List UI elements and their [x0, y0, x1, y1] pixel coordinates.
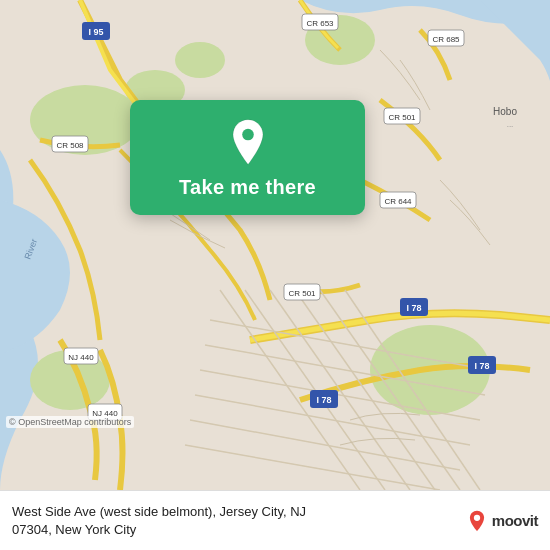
svg-text:CR 508: CR 508	[56, 141, 84, 150]
svg-text:...: ...	[507, 120, 514, 129]
moovit-brand-text: moovit	[492, 512, 538, 529]
svg-text:I 78: I 78	[406, 303, 421, 313]
map-pin-icon	[224, 118, 272, 166]
moovit-logo: moovit	[466, 510, 538, 532]
location-card: Take me there	[130, 100, 365, 215]
take-me-there-button[interactable]: Take me there	[179, 176, 316, 199]
moovit-pin-icon	[466, 510, 488, 532]
info-bar: West Side Ave (west side belmont), Jerse…	[0, 490, 550, 550]
svg-text:Hobo: Hobo	[493, 106, 517, 117]
svg-text:I 78: I 78	[316, 395, 331, 405]
address-line1: West Side Ave (west side belmont), Jerse…	[12, 504, 306, 519]
svg-text:NJ 440: NJ 440	[68, 353, 94, 362]
svg-text:CR 501: CR 501	[288, 289, 316, 298]
address-text: West Side Ave (west side belmont), Jerse…	[12, 503, 456, 538]
map-view[interactable]: I 95 CR 653 CR 685 CR 508 CR 501 CR 644 …	[0, 0, 550, 490]
svg-text:CR 685: CR 685	[432, 35, 460, 44]
map-copyright: © OpenStreetMap contributors	[6, 416, 134, 428]
svg-point-6	[175, 42, 225, 78]
svg-text:CR 644: CR 644	[384, 197, 412, 206]
svg-point-47	[474, 514, 480, 520]
svg-point-46	[242, 129, 254, 141]
svg-text:I 78: I 78	[474, 361, 489, 371]
svg-text:I 95: I 95	[88, 27, 103, 37]
svg-text:CR 501: CR 501	[388, 113, 416, 122]
svg-text:CR 653: CR 653	[306, 19, 334, 28]
address-line2: 07304, New York City	[12, 522, 136, 537]
